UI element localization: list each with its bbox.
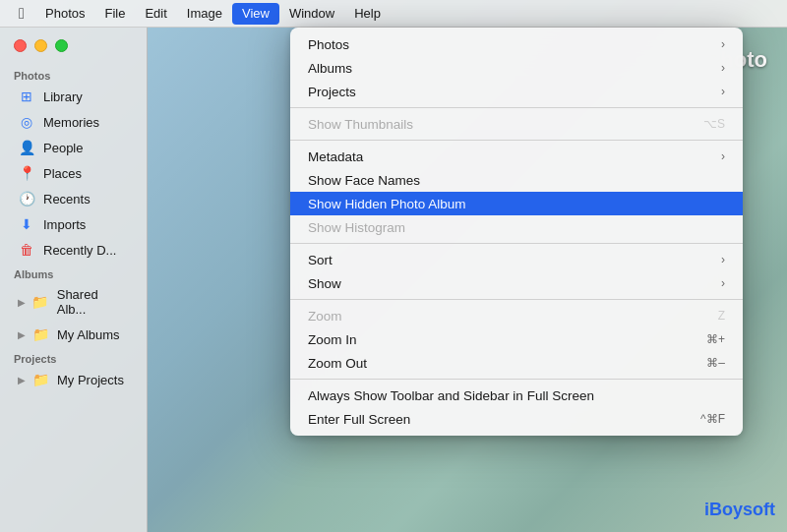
expand-icon-my-albums: ▶ <box>18 329 26 340</box>
menu-separator-4 <box>290 299 743 300</box>
menu-item-show[interactable]: Show › <box>290 271 743 295</box>
my-albums-icon: 📁 <box>31 326 49 342</box>
sidebar-item-memories[interactable]: ◎ Memories <box>4 110 143 134</box>
window-controls <box>0 28 147 64</box>
menu-item-albums[interactable]: Albums › <box>290 56 743 80</box>
sidebar-item-imports[interactable]: ⬇ Imports <box>4 212 143 236</box>
sidebar-item-label-recently-deleted: Recently D... <box>43 243 116 258</box>
arrow-icon: › <box>721 61 725 75</box>
sidebar-item-recents[interactable]: 🕐 Recents <box>4 187 143 210</box>
close-button[interactable] <box>14 39 27 52</box>
my-projects-icon: 📁 <box>31 372 49 387</box>
sidebar-item-label-recents: Recents <box>43 192 91 207</box>
menu-item-show-hidden-photo-album[interactable]: Show Hidden Photo Album <box>290 192 743 215</box>
menubar-file[interactable]: File <box>94 3 135 25</box>
arrow-icon: › <box>721 85 725 98</box>
sidebar: Photos ⊞ Library ◎ Memories 👤 People 📍 P… <box>0 28 148 532</box>
memories-icon: ◎ <box>18 114 35 130</box>
minimize-button[interactable] <box>34 39 47 52</box>
menu-separator-3 <box>290 243 743 244</box>
arrow-icon: › <box>721 253 725 266</box>
menubar-photos[interactable]: Photos <box>35 3 94 25</box>
sidebar-item-my-albums[interactable]: ▶ 📁 My Albums <box>4 323 143 346</box>
section-projects-label: Projects <box>0 347 147 367</box>
apple-menu[interactable]:  <box>8 5 35 23</box>
sidebar-item-label-memories: Memories <box>43 115 99 130</box>
section-photos-label: Photos <box>0 64 147 84</box>
people-icon: 👤 <box>18 140 35 155</box>
library-icon: ⊞ <box>18 89 35 104</box>
maximize-button[interactable] <box>55 39 68 52</box>
shortcut-full-screen: ^⌘F <box>700 412 725 426</box>
menu-item-show-histogram: Show Histogram <box>290 215 743 239</box>
menu-item-enter-full-screen[interactable]: Enter Full Screen ^⌘F <box>290 407 743 431</box>
arrow-icon: › <box>721 37 725 51</box>
menu-item-show-thumbnails: Show Thumbnails ⌥S <box>290 112 743 136</box>
menu-item-sort[interactable]: Sort › <box>290 248 743 271</box>
sidebar-item-label-people: People <box>43 141 83 155</box>
menu-item-zoom-in[interactable]: Zoom In ⌘+ <box>290 327 743 351</box>
menubar-edit[interactable]: Edit <box>135 3 176 25</box>
shortcut-zoom: Z <box>718 309 725 323</box>
menu-separator-2 <box>290 140 743 141</box>
sidebar-item-shared-albums[interactable]: ▶ 📁 Shared Alb... <box>4 283 143 321</box>
places-icon: 📍 <box>18 165 35 181</box>
sidebar-item-label-shared-albums: Shared Alb... <box>57 287 129 317</box>
sidebar-item-label-my-albums: My Albums <box>57 327 120 342</box>
shortcut-show-thumbnails: ⌥S <box>703 117 725 131</box>
view-menu-dropdown: Photos › Albums › Projects › Show Thumbn… <box>290 28 743 436</box>
shortcut-zoom-in: ⌘+ <box>706 332 725 346</box>
sidebar-item-recently-deleted[interactable]: 🗑 Recently D... <box>4 238 143 262</box>
sidebar-item-places[interactable]: 📍 Places <box>4 161 143 185</box>
shared-albums-icon: 📁 <box>31 294 49 310</box>
menubar-window[interactable]: Window <box>279 3 344 25</box>
expand-icon-shared: ▶ <box>18 297 26 308</box>
watermark-text: Boysoft <box>709 500 775 519</box>
menu-item-always-show-toolbar[interactable]: Always Show Toolbar and Sidebar in Full … <box>290 384 743 407</box>
menubar:  Photos File Edit Image View Window Hel… <box>0 0 787 28</box>
sidebar-item-label-places: Places <box>43 166 82 181</box>
sidebar-item-label-my-projects: My Projects <box>57 373 124 387</box>
sidebar-item-library[interactable]: ⊞ Library <box>4 85 143 108</box>
sidebar-item-label-imports: Imports <box>43 217 86 232</box>
shortcut-zoom-out: ⌘– <box>706 356 725 370</box>
watermark: iBoysoft <box>704 500 775 520</box>
expand-icon-my-projects: ▶ <box>18 375 26 385</box>
menu-item-show-face-names[interactable]: Show Face Names <box>290 168 743 192</box>
menubar-image[interactable]: Image <box>177 3 232 25</box>
menubar-help[interactable]: Help <box>344 3 391 25</box>
sidebar-item-label-library: Library <box>43 89 83 104</box>
imports-icon: ⬇ <box>18 216 35 232</box>
arrow-icon: › <box>721 149 725 163</box>
menu-item-photos[interactable]: Photos › <box>290 32 743 56</box>
menu-separator-5 <box>290 379 743 380</box>
section-albums-label: Albums <box>0 263 147 282</box>
sidebar-item-people[interactable]: 👤 People <box>4 136 143 159</box>
menu-item-projects[interactable]: Projects › <box>290 80 743 103</box>
sidebar-item-my-projects[interactable]: ▶ 📁 My Projects <box>4 368 143 391</box>
recents-icon: 🕐 <box>18 191 35 207</box>
menu-item-zoom-out[interactable]: Zoom Out ⌘– <box>290 351 743 375</box>
menu-separator-1 <box>290 107 743 108</box>
trash-icon: 🗑 <box>18 242 35 258</box>
menu-item-metadata[interactable]: Metadata › <box>290 145 743 168</box>
menubar-view[interactable]: View <box>232 3 279 25</box>
menu-item-zoom: Zoom Z <box>290 304 743 327</box>
arrow-icon: › <box>721 276 725 290</box>
